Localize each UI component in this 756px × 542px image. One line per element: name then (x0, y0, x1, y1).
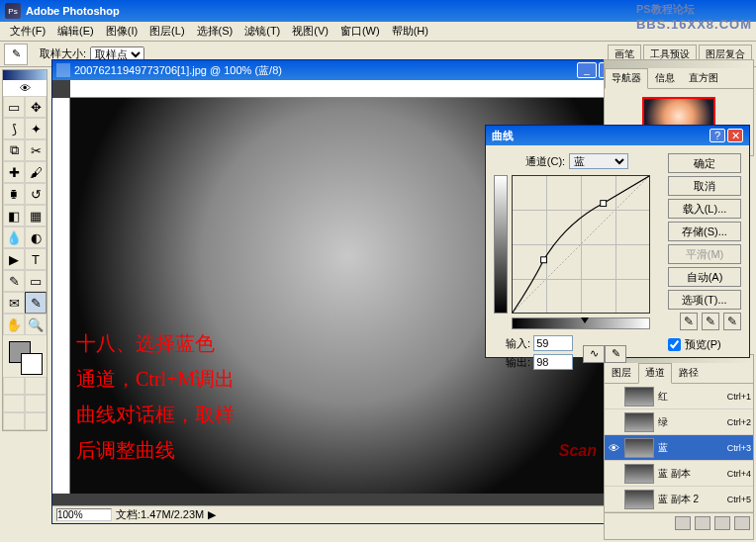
delete-channel-icon[interactable] (734, 516, 750, 530)
svg-rect-2 (601, 201, 607, 207)
auto-button[interactable]: 自动(A) (668, 267, 741, 287)
screen-mode-1[interactable] (3, 395, 25, 412)
app-titlebar: Ps Adobe Photoshop (0, 0, 756, 22)
save-button[interactable]: 存储(S)... (668, 222, 741, 241)
visibility-icon[interactable]: 👁 (607, 442, 620, 454)
preview-label: 预览(P) (685, 337, 721, 352)
annotation-text: 十八、选择蓝色 通道，Ctrl+M调出 曲线对话框，取样 后调整曲线 (76, 325, 235, 468)
menu-help[interactable]: 帮助(H) (386, 22, 434, 41)
dodge-tool[interactable]: ◐ (25, 226, 47, 248)
channel-label: 通道(C): (525, 154, 565, 169)
channel-row-blue-copy[interactable]: 蓝 副本Ctrl+4 (605, 461, 753, 487)
black-eyedropper-icon[interactable]: ✎ (680, 313, 698, 330)
marquee-tool[interactable]: ▭ (3, 96, 25, 118)
channels-list: 红Ctrl+1 绿Ctrl+2 👁蓝Ctrl+3 蓝 副本Ctrl+4 蓝 副本… (605, 384, 753, 512)
magic-wand-tool[interactable]: ✦ (25, 118, 47, 139)
curves-dialog: 曲线 ? ✕ 通道(C): 蓝 (485, 125, 750, 358)
cancel-button[interactable]: 取消 (668, 176, 741, 196)
move-tool[interactable]: ✥ (25, 96, 47, 118)
screen-mode-2[interactable] (25, 395, 47, 412)
curve-mode-icon[interactable]: ∿ (583, 345, 605, 363)
hand-tool[interactable]: ✋ (3, 314, 25, 335)
load-selection-icon[interactable] (675, 516, 691, 530)
load-button[interactable]: 载入(L)... (668, 199, 741, 219)
menu-view[interactable]: 视图(V) (286, 22, 334, 41)
slice-tool[interactable]: ✂ (25, 139, 47, 161)
quickmask-mode[interactable] (25, 377, 47, 395)
svg-line-0 (513, 176, 649, 313)
menubar: 文件(F) 编辑(E) 图像(I) 图层(L) 选择(S) 滤镜(T) 视图(V… (0, 22, 756, 42)
channel-row-green[interactable]: 绿Ctrl+2 (605, 409, 753, 435)
background-color[interactable] (21, 353, 43, 375)
input-value[interactable] (533, 335, 573, 351)
tab-histogram[interactable]: 直方图 (682, 68, 725, 88)
curves-titlebar[interactable]: 曲线 ? ✕ (486, 126, 749, 145)
channel-select[interactable]: 蓝 (569, 153, 628, 169)
channel-row-red[interactable]: 红Ctrl+1 (605, 384, 753, 409)
menu-layer[interactable]: 图层(L) (143, 22, 190, 41)
status-arrow-icon[interactable]: ▶ (208, 508, 216, 521)
brush-tool[interactable]: 🖌 (25, 161, 47, 183)
tab-info[interactable]: 信息 (648, 68, 682, 88)
channel-row-blue-copy2[interactable]: 蓝 副本 2Ctrl+5 (605, 487, 753, 512)
dialog-close-icon[interactable]: ✕ (727, 129, 743, 142)
healing-brush-tool[interactable]: ✚ (3, 161, 25, 183)
lasso-tool[interactable]: ⟆ (3, 118, 25, 139)
input-gradient[interactable] (512, 317, 650, 329)
options-button[interactable]: 选项(T)... (668, 290, 741, 310)
zoom-tool[interactable]: 🔍 (25, 314, 47, 335)
pencil-mode-icon[interactable]: ✎ (605, 345, 626, 363)
ruler-vertical[interactable] (52, 98, 70, 494)
eraser-tool[interactable]: ◧ (3, 205, 25, 226)
jump-to[interactable] (25, 412, 47, 430)
save-selection-icon[interactable] (695, 516, 710, 530)
pen-tool[interactable]: ✎ (3, 270, 25, 292)
current-tool-icon[interactable]: ✎ (4, 44, 28, 65)
crop-tool[interactable]: ⧉ (3, 139, 25, 161)
photoshop-logo-icon: 👁 (3, 80, 47, 96)
menu-select[interactable]: 选择(S) (191, 22, 239, 41)
scan-logo: Scan (559, 442, 597, 460)
help-icon[interactable]: ? (709, 129, 725, 142)
preview-checkbox[interactable] (668, 338, 681, 351)
output-value[interactable] (533, 354, 573, 370)
document-title: 20076211949773706[1].jpg @ 100% (蓝/8) (74, 63, 577, 78)
filesize-label: 文档:1.47M/2.23M (116, 507, 204, 522)
photoshop-icon: Ps (5, 3, 21, 19)
menu-image[interactable]: 图像(I) (100, 22, 143, 41)
menu-window[interactable]: 窗口(W) (334, 22, 386, 41)
curves-grid[interactable] (512, 175, 650, 314)
white-eyedropper-icon[interactable]: ✎ (723, 313, 741, 330)
channel-thumb (624, 464, 654, 484)
screen-mode-3[interactable] (3, 412, 25, 430)
menu-file[interactable]: 文件(F) (4, 22, 51, 41)
color-picker[interactable] (3, 335, 47, 377)
notes-tool[interactable]: ✉ (3, 292, 25, 314)
navigator-panel-header[interactable] (605, 60, 753, 68)
type-tool[interactable]: T (25, 248, 47, 270)
clone-stamp-tool[interactable]: ⧯ (3, 183, 25, 205)
minimize-button[interactable]: _ (577, 62, 597, 78)
path-selection-tool[interactable]: ▶ (3, 248, 25, 270)
gray-eyedropper-icon[interactable]: ✎ (702, 313, 719, 330)
blur-tool[interactable]: 💧 (3, 226, 25, 248)
new-channel-icon[interactable] (714, 516, 730, 530)
toolbox-header[interactable] (3, 70, 47, 80)
status-bar: 文档:1.47M/2.23M ▶ (52, 505, 644, 523)
zoom-input[interactable] (56, 508, 112, 521)
history-brush-tool[interactable]: ↺ (25, 183, 47, 205)
ok-button[interactable]: 确定 (668, 153, 741, 173)
curve-line[interactable] (513, 176, 649, 313)
output-label: 输出: (506, 356, 530, 368)
gradient-tool[interactable]: ▦ (25, 205, 47, 226)
channel-thumb (624, 490, 654, 509)
shape-tool[interactable]: ▭ (25, 270, 47, 292)
menu-filter[interactable]: 滤镜(T) (238, 22, 286, 41)
ruler-horizontal[interactable] (70, 80, 626, 98)
menu-edit[interactable]: 编辑(E) (51, 22, 100, 41)
tab-navigator[interactable]: 导航器 (605, 68, 648, 89)
eyedropper-tool[interactable]: ✎ (25, 292, 47, 314)
document-titlebar[interactable]: 20076211949773706[1].jpg @ 100% (蓝/8) _ … (52, 60, 644, 80)
standard-mode[interactable] (3, 377, 25, 395)
channel-row-blue[interactable]: 👁蓝Ctrl+3 (605, 435, 753, 461)
